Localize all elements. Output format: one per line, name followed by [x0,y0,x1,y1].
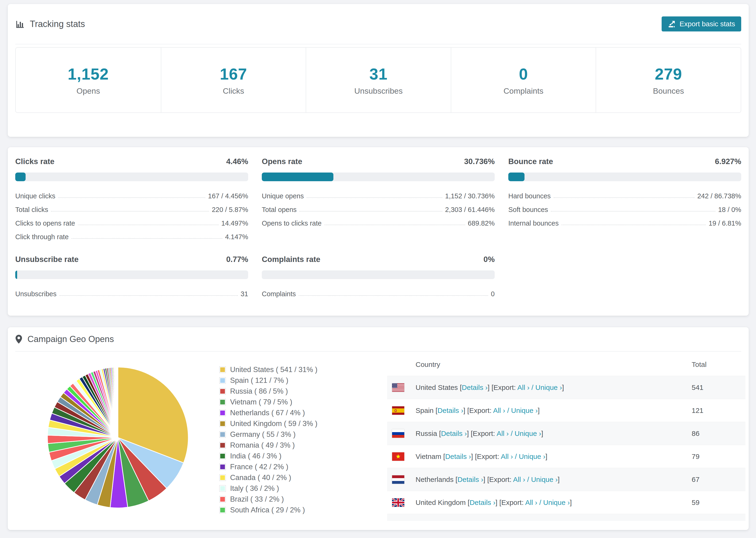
legend-swatch [219,366,226,373]
legend-label: Brazil ( 33 / 2% ) [230,495,284,504]
stat-row-label: Click through rate [15,233,69,241]
dotted-leader [71,238,222,239]
details-link[interactable]: Details › [441,430,467,437]
export-all-link[interactable]: All › [501,453,513,460]
link-separator: / [513,453,519,460]
country-name: Spain [415,406,434,414]
export-unique-link[interactable]: Unique › [543,499,570,506]
legend-swatch [219,463,226,470]
geo-table-header: Country Total [387,353,745,376]
table-row-united-kingdom: United Kingdom [Details ›] [Export: All … [387,491,745,514]
rate-rows: Unique opens1,152 / 30.736%Total opens2,… [262,187,495,227]
export-all-link[interactable]: All › [513,476,525,483]
geo-opens-header: Campaign Geo Opens [15,327,741,351]
details-link[interactable]: Details › [462,384,488,391]
total-cell: 121 [692,406,703,414]
legend-label: Canada ( 40 / 2% ) [230,473,291,482]
legend-label: United States ( 541 / 31% ) [230,365,317,374]
rate-value: 30.736% [464,157,495,166]
geo-pie-chart [43,362,193,512]
country-cell: United States [Details ›] [Export: All ›… [415,384,564,392]
details-link[interactable]: Details › [445,453,471,460]
stat-value: 1,152 [68,65,109,83]
flag-icon-ru [392,429,404,438]
stat-row-value: 1,152 / 30.736% [445,192,495,200]
export-button-label: Export basic stats [679,20,735,28]
stat-row-value: 167 / 4.456% [208,192,248,200]
rate-value: 0.77% [226,255,248,264]
legend-swatch [219,453,226,459]
legend-item-russia: Russia ( 86 / 5% ) [219,386,317,397]
stat-row-total-clicks: Total clicks220 / 5.87% [15,200,248,214]
dotted-leader [298,295,488,296]
legend-label: Romania ( 49 / 3% ) [230,441,295,450]
stat-row-opens-to-clicks-rate: Opens to clicks rate689.82% [262,214,495,227]
bar-chart-icon [15,19,25,29]
total-column-header: Total [692,360,706,368]
export-unique-link[interactable]: Unique › [519,453,545,460]
stat-row-label: Internal bounces [508,219,559,227]
export-all-link[interactable]: All › [493,406,505,414]
details-link[interactable]: Details › [437,406,463,414]
campaign-geo-opens-card: Campaign Geo Opens United States ( 541 /… [8,327,749,530]
country-cell: Spain [Details ›] [Export: All › / Uniqu… [415,406,540,414]
stat-row-value: 220 / 5.87% [212,206,248,214]
rate-header: Opens rate30.736% [262,157,495,166]
stat-row-unique-clicks: Unique clicks167 / 4.456% [15,187,248,200]
dotted-leader [299,211,442,211]
rate-block-bounce-rate: Bounce rate6.927%Hard bounces242 / 86.73… [508,157,741,241]
legend-item-germany: Germany ( 55 / 3% ) [219,429,317,440]
rate-value: 6.927% [715,157,741,166]
map-pin-icon [15,335,22,344]
export-unique-link[interactable]: Unique › [511,406,538,414]
table-row-vietnam: Vietnam [Details ›] [Export: All › / Uni… [387,445,745,468]
details-link[interactable]: Details › [469,499,495,506]
stat-label: Clicks [223,86,244,95]
legend-swatch [219,399,226,405]
stat-row-value: 14.497% [221,219,248,227]
total-cell: 79 [692,453,699,460]
stat-row-label: Total opens [262,206,297,214]
rate-progress-fill [508,173,524,181]
stat-row-label: Hard bounces [508,192,551,200]
rate-progress-fill [15,270,17,279]
legend-swatch [219,442,226,449]
legend-item-italy: Italy ( 36 / 2% ) [219,483,317,494]
export-all-link[interactable]: All › [497,430,509,437]
dotted-leader [307,197,442,198]
legend-item-south-africa: South Africa ( 29 / 2% ) [219,505,317,515]
export-unique-link[interactable]: Unique › [531,476,558,483]
country-cell: Russia [Details ›] [Export: All › / Uniq… [415,430,543,438]
geo-country-table: Country Total United States [Details ›] … [387,353,745,521]
link-separator: / [525,476,531,483]
stat-label: Unsubscribes [354,86,403,95]
rate-block-unsubscribe-rate: Unsubscribe rate0.77%Unsubscribes31 [15,255,248,298]
legend-label: Netherlands ( 67 / 4% ) [230,409,305,417]
dotted-leader [58,197,205,198]
rate-progress-track [15,173,248,181]
rate-rows: Unsubscribes31 [15,284,248,298]
stat-row-click-through-rate: Click through rate4.147% [15,227,248,241]
rate-block-clicks-rate: Clicks rate4.46%Unique clicks167 / 4.456… [15,157,248,241]
tracking-stats-title: Tracking stats [15,19,85,29]
legend-swatch [219,377,226,384]
stat-row-label: Soft bounces [508,206,548,214]
export-unique-link[interactable]: Unique › [514,430,541,437]
country-name: United Kingdom [415,499,465,506]
rate-title: Complaints rate [262,255,320,264]
export-unique-link[interactable]: Unique › [535,384,562,391]
export-all-link[interactable]: All › [517,384,530,391]
total-cell: 67 [692,476,699,484]
stat-row-complaints: Complaints0 [262,284,495,298]
rate-title: Clicks rate [15,157,54,166]
page-title: Tracking stats [30,19,85,29]
export-basic-stats-button[interactable]: Export basic stats [662,17,741,31]
table-row-germany: Germany [Details ›] [Export: All › / Uni… [387,514,745,521]
stat-value: 167 [220,65,247,83]
details-link[interactable]: Details › [458,476,483,483]
summary-stats-container: 1,152Opens167Clicks31Unsubscribes0Compla… [15,47,741,113]
export-all-link[interactable]: All › [525,499,537,506]
stat-row-label: Total clicks [15,206,48,214]
stat-row-value: 2,303 / 61.446% [445,206,495,214]
link-separator: / [537,499,543,506]
